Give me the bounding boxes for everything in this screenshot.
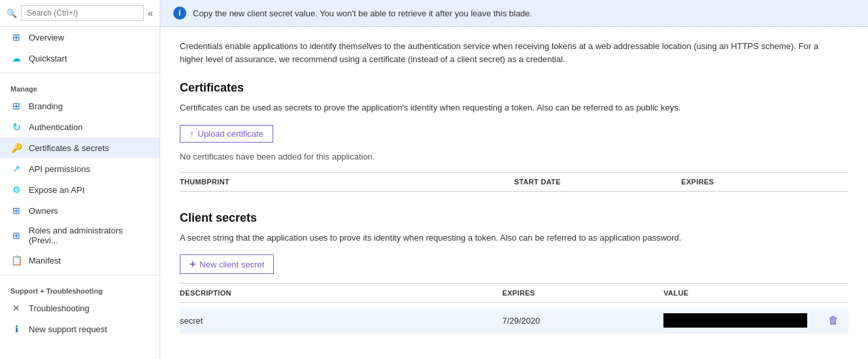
manage-section-label: Manage <box>0 77 159 95</box>
col-thumbprint: THUMBPRINT <box>180 178 514 186</box>
nav-section-support: Support + Troubleshooting ✕ Troubleshoot… <box>0 279 159 339</box>
sidebar-item-manifest[interactable]: 📋 Manifest <box>0 250 159 271</box>
overview-icon: ⊞ <box>10 31 22 43</box>
certificates-title: Certificates <box>180 81 848 95</box>
roles-icon: ⊞ <box>10 230 22 241</box>
branding-icon: ⊞ <box>10 100 22 112</box>
secret-expires: 7/29/2020 <box>503 316 664 326</box>
main-content: i Copy the new client secret value. You … <box>160 0 868 359</box>
search-input[interactable] <box>21 5 144 21</box>
troubleshooting-icon: ✕ <box>10 302 22 314</box>
sidebar-item-troubleshooting[interactable]: ✕ Troubleshooting <box>0 298 159 318</box>
collapse-button[interactable]: « <box>148 8 153 18</box>
page-description: Credentials enable applications to ident… <box>180 40 820 65</box>
col-value: VALUE <box>663 289 825 297</box>
col-expires: EXPIRES <box>503 289 664 297</box>
client-secrets-section: Client secrets A secret string that the … <box>180 211 848 334</box>
certificates-description: Certificates can be used as secrets to p… <box>180 101 848 114</box>
manifest-icon: 📋 <box>10 254 22 266</box>
sidebar-item-label: Expose an API <box>29 185 84 195</box>
client-secrets-description: A secret string that the application use… <box>180 231 848 245</box>
sidebar-item-label: API permissions <box>29 164 90 174</box>
secret-description: secret <box>180 316 503 326</box>
secret-value <box>663 313 825 328</box>
col-description: DESCRIPTION <box>180 289 503 297</box>
api-permissions-icon: ↗ <box>10 163 22 175</box>
quickstart-icon: ☁ <box>10 52 22 64</box>
sidebar-item-label: Manifest <box>29 256 61 265</box>
sidebar-item-branding[interactable]: ⊞ Branding <box>0 95 159 116</box>
owners-icon: ⊞ <box>10 205 22 216</box>
sidebar-item-quickstart[interactable]: ☁ Quickstart <box>0 48 159 69</box>
certs-table-header: THUMBPRINT START DATE EXPIRES <box>180 172 848 192</box>
info-banner-message: Copy the new client secret value. You wo… <box>193 9 532 18</box>
search-box: 🔍 « <box>0 0 159 27</box>
sidebar-item-label: New support request <box>29 324 107 334</box>
sidebar-item-new-support[interactable]: ℹ New support request <box>0 318 159 339</box>
certificates-table: THUMBPRINT START DATE EXPIRES <box>180 172 848 192</box>
certificates-icon: 🔑 <box>10 142 22 154</box>
secret-value-box <box>663 313 807 328</box>
sidebar-item-authentication[interactable]: ↻ Authentication <box>0 116 159 137</box>
nav-section-manage: Manage ⊞ Branding ↻ Authentication 🔑 Cer… <box>0 77 159 271</box>
support-section-label: Support + Troubleshooting <box>0 279 159 298</box>
plus-icon: + <box>190 258 195 270</box>
certificates-section: Certificates Certificates can be used as… <box>180 81 848 192</box>
secrets-table: DESCRIPTION EXPIRES VALUE secret 7/29/20… <box>180 283 848 333</box>
sidebar-item-roles[interactable]: ⊞ Roles and administrators (Previ... <box>0 221 159 250</box>
col-expires: EXPIRES <box>681 178 848 186</box>
upload-btn-label: Upload certificate <box>198 129 263 139</box>
delete-secret-button[interactable]: 🗑 <box>825 315 848 326</box>
sidebar-item-api-permissions[interactable]: ↗ API permissions <box>0 158 159 179</box>
info-icon: i <box>173 7 186 20</box>
client-secrets-title: Client secrets <box>180 211 848 225</box>
info-banner: i Copy the new client secret value. You … <box>160 0 868 27</box>
sidebar-item-label: Certificates & secrets <box>29 143 109 153</box>
sidebar-item-label: Quickstart <box>29 54 67 63</box>
sidebar-item-certificates[interactable]: 🔑 Certificates & secrets <box>0 137 159 158</box>
sidebar-item-expose-api[interactable]: ⚙ Expose an API <box>0 179 159 200</box>
sidebar-item-label: Authentication <box>29 122 82 132</box>
upload-icon: ↑ <box>190 129 194 139</box>
authentication-icon: ↻ <box>10 121 22 133</box>
sidebar-item-owners[interactable]: ⊞ Owners <box>0 200 159 221</box>
sidebar-item-overview[interactable]: ⊞ Overview <box>0 27 159 48</box>
content-body: Credentials enable applications to ident… <box>160 27 868 347</box>
no-certs-text: No certificates have been added for this… <box>180 152 848 162</box>
sidebar-item-label: Owners <box>29 206 58 216</box>
upload-certificate-button[interactable]: ↑ Upload certificate <box>180 125 273 143</box>
sidebar-item-label: Troubleshooting <box>29 303 90 313</box>
table-row: secret 7/29/2020 🗑 <box>180 308 848 333</box>
sidebar-item-label: Overview <box>29 33 64 43</box>
nav-section-main: ⊞ Overview ☁ Quickstart <box>0 27 159 69</box>
search-icon: 🔍 <box>7 9 17 18</box>
secrets-table-header: DESCRIPTION EXPIRES VALUE <box>180 283 848 303</box>
sidebar-item-label: Branding <box>29 101 63 111</box>
new-support-icon: ℹ <box>10 323 22 335</box>
sidebar: 🔍 « ⊞ Overview ☁ Quickstart Manage ⊞ Bra… <box>0 0 160 359</box>
expose-api-icon: ⚙ <box>10 184 22 196</box>
col-start-date: START DATE <box>514 178 682 186</box>
col-actions <box>825 289 848 297</box>
new-secret-btn-label: New client secret <box>199 260 264 269</box>
sidebar-item-label: Roles and administrators (Previ... <box>29 226 149 245</box>
new-client-secret-button[interactable]: + New client secret <box>180 254 274 274</box>
